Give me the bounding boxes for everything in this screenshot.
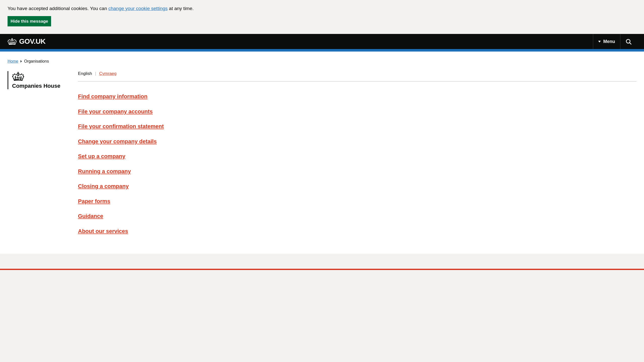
org-sidebar: Companies House <box>8 71 63 89</box>
org-crown-icon <box>12 71 24 82</box>
search-icon <box>625 38 631 44</box>
chevron-down-icon <box>598 41 601 42</box>
org-name: Companies House <box>12 83 63 89</box>
main-nav: GOV.UK Menu <box>0 34 644 49</box>
org-content: English | Cymraeg Find company informati… <box>78 71 636 239</box>
service-link-5[interactable]: Running a company <box>78 164 636 179</box>
list-item: About our services <box>78 224 636 239</box>
cookie-settings-link[interactable]: change your cookie settings <box>108 6 168 11</box>
list-item: Paper forms <box>78 194 636 209</box>
cookie-message: You have accepted additional cookies. Yo… <box>8 5 636 12</box>
menu-button[interactable]: Menu <box>593 34 620 49</box>
search-button[interactable] <box>620 34 636 49</box>
hide-message-button[interactable]: Hide this message <box>8 16 51 26</box>
org-border: Companies House <box>8 71 63 89</box>
main-content: Home Organisations Companies House Engli… <box>0 52 644 254</box>
breadcrumb-home-link[interactable]: Home <box>8 59 18 64</box>
breadcrumb-chevron-icon <box>20 60 22 63</box>
list-item: Closing a company <box>78 179 636 194</box>
list-item: Set up a company <box>78 149 636 164</box>
service-link-3[interactable]: Change your company details <box>78 134 636 149</box>
services-links-list: Find company informationFile your compan… <box>78 89 636 239</box>
list-item: File your company accounts <box>78 104 636 119</box>
svg-line-1 <box>629 43 631 44</box>
language-toggle: English | Cymraeg <box>78 71 636 81</box>
breadcrumb-current: Organisations <box>24 59 49 64</box>
service-link-4[interactable]: Set up a company <box>78 149 636 164</box>
content-layout: Companies House English | Cymraeg Find c… <box>8 71 636 239</box>
service-link-8[interactable]: Guidance <box>78 209 636 224</box>
footer-red-bar <box>0 269 644 270</box>
cookie-banner: You have accepted additional cookies. Yo… <box>0 0 644 34</box>
list-item: Running a company <box>78 164 636 179</box>
gov-uk-text: GOV.UK <box>19 37 46 46</box>
list-item: Guidance <box>78 209 636 224</box>
language-english: English <box>78 71 92 76</box>
service-link-7[interactable]: Paper forms <box>78 194 636 209</box>
list-item: Change your company details <box>78 134 636 149</box>
language-divider: | <box>95 71 96 76</box>
service-link-6[interactable]: Closing a company <box>78 179 636 194</box>
service-link-2[interactable]: File your confirmation statement <box>78 119 636 134</box>
nav-controls: Menu <box>593 34 636 49</box>
language-cymraeg-link[interactable]: Cymraeg <box>99 71 116 76</box>
menu-label: Menu <box>603 39 615 44</box>
list-item: File your confirmation statement <box>78 119 636 134</box>
breadcrumb: Home Organisations <box>8 59 636 64</box>
service-link-0[interactable]: Find company information <box>78 89 636 104</box>
crown-icon <box>8 37 17 46</box>
service-link-1[interactable]: File your company accounts <box>78 104 636 119</box>
service-link-9[interactable]: About our services <box>78 224 636 239</box>
list-item: Find company information <box>78 89 636 104</box>
blue-accent-bar <box>0 49 644 52</box>
gov-uk-logo-link[interactable]: GOV.UK <box>8 37 46 46</box>
